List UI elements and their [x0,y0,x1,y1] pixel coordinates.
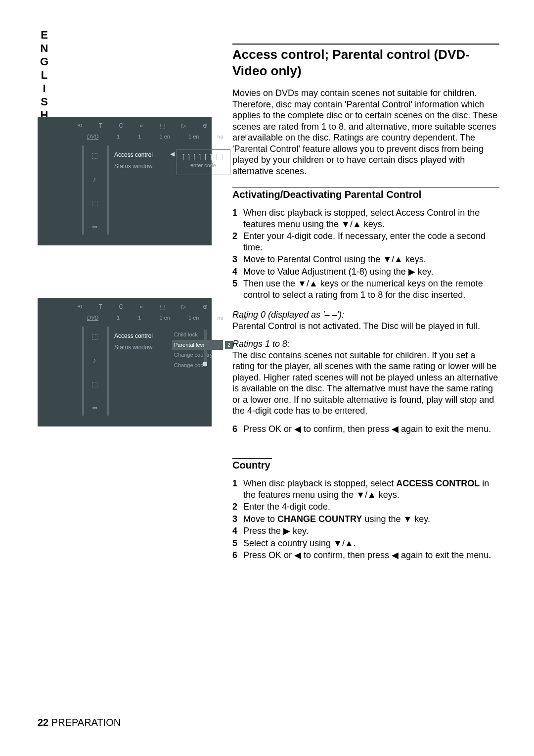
osd-val: 1 [117,315,120,321]
osd-dvd-label: DVD [87,134,98,140]
subtitle-icon: ⬚ [91,380,98,388]
osd-icon: ▷ [181,303,186,310]
osd-screenshot-parental-level: ⟲ T C « ⬚ ▷ ⊕ DVD 1 1 1 en 1 en no off ⬚… [38,298,212,426]
back-icon: ⇦ [91,404,97,412]
osd-val: 1 en [160,315,170,321]
osd-icon: « [140,122,143,129]
osd-val: 1 en [188,134,199,140]
step-number: 1 [232,207,243,230]
section-rule [232,44,499,45]
osd-menu-item: Status window [114,342,153,353]
osd-menu: Access control Status window [114,331,153,353]
osd-val: 1 en [188,315,199,321]
rating0-text: Parental Control is not activated. The D… [232,321,499,332]
osd-divider [82,145,84,235]
subsection-rule [232,188,499,188]
osd-menu: Access control Status window [114,149,153,172]
step-text: Then use the ▼/▲ keys or the numerical k… [243,278,499,300]
osd-val: no [218,315,223,321]
osd-icon: ⊕ [203,303,208,310]
step-text: Press the ▶ key. [243,525,499,537]
rating0-label: Rating 0 (displayed as '– –'): [232,309,499,321]
osd-val: no [218,134,223,140]
submenu-item: Child lock [172,330,223,340]
submenu-item: Change code [172,360,223,371]
submenu-item-selected: Parental level [172,340,223,350]
left-arrow-icon: ◀ [170,150,175,157]
footer-section: PREPARATION [51,717,121,728]
osd-side-icons: ⬚ ♪ ⬚ ⇦ [87,332,102,412]
step-text: Enter your 4-digit code. If necessary, e… [243,231,499,253]
osd-icon: ▷ [181,122,186,129]
steps-list-a: 1When disc playback is stopped, select A… [232,207,499,300]
osd-icon: ⬚ [160,122,165,129]
osd-divider [107,145,109,235]
step-text: Select a country using ▼/▲. [243,538,499,549]
osd-screenshot-enter-code: ⟲ T C « ⬚ ▷ ⊕ DVD 1 1 1 en 1 en no off ⬚… [38,117,212,245]
code-brackets: [ ] [ ] [ ] [ ] [177,153,230,160]
osd-menu-item: Status window [114,161,153,172]
page-footer: 22 PREPARATION [38,717,121,728]
osd-icon: C [119,303,123,310]
step-text: Press OK or ◀ to confirm, then press ◀ a… [243,550,499,561]
osd-icon: ⊕ [203,122,208,129]
osd-icon: ⟲ [77,122,82,129]
step-number: 5 [232,278,243,300]
step-text: Move to Parental Control using the ▼/▲ k… [243,254,499,265]
intro-paragraph: Movies on DVDs may contain scenes not su… [232,88,499,177]
code-label: enter code [177,162,230,168]
osd-value-slider [204,330,207,366]
submenu-value: 2 [225,341,233,349]
step-text: When disc playback is stopped, select Ac… [243,207,499,230]
step-number: 4 [232,266,243,278]
back-icon: ⇦ [91,223,97,231]
osd-icon: ⟲ [77,303,82,310]
osd-divider [107,327,109,416]
step-number: 4 [232,525,243,537]
step-text: When disc playback is stopped, select AC… [243,478,499,500]
rating1-text: The disc contains scenes not suitable fo… [232,350,499,417]
osd-divider [82,327,84,416]
osd-status-row: DVD 1 1 1 en 1 en no off [38,132,212,142]
step-number: 5 [232,538,243,549]
osd-icon: « [140,303,143,310]
page-number: 22 [38,717,48,728]
step-text: Enter the 4-digit code. [243,501,499,513]
osd-status-row: DVD 1 1 1 en 1 en no off [38,313,212,323]
osd-top-icons: ⟲ T C « ⬚ ▷ ⊕ [77,121,208,131]
subsection-heading: Activating/Deactivating Parental Control [232,189,499,200]
steps-list-b: 1When disc playback is stopped, select A… [232,478,499,561]
language-tab: ENGLISH [38,29,50,122]
audio-icon: ♪ [93,356,96,364]
step-text: Move to CHANGE COUNTRY using the ▼ key. [243,514,499,525]
step-number: 3 [232,254,243,265]
rating1-label: Ratings 1 to 8: [232,338,499,350]
step-text: Press OK or ◀ to confirm, then press ◀ a… [243,424,499,435]
step-number: 6 [232,424,243,435]
osd-val: 1 en [160,134,170,140]
submenu-item: Change country [172,350,223,360]
video-icon: ⬚ [91,332,98,340]
osd-menu-item: Access control [114,331,153,342]
osd-icon: C [119,122,123,129]
video-icon: ⬚ [91,151,98,159]
osd-dvd-label: DVD [87,315,98,321]
osd-menu-item: Access control [114,149,153,161]
osd-icon: T [99,303,102,310]
section-heading: Access control; Parental control (DVD-Vi… [232,47,499,79]
osd-val: 1 [138,134,141,140]
step-number: 6 [232,550,243,561]
osd-code-entry: [ ] [ ] [ ] [ ] enter code [176,149,230,175]
step-number: 2 [232,501,243,513]
steps-list-a-cont: 6Press OK or ◀ to confirm, then press ◀ … [232,424,499,435]
osd-submenu: Child lock Parental level2 Change countr… [172,330,233,371]
osd-top-icons: ⟲ T C « ⬚ ▷ ⊕ [77,302,208,312]
step-number: 1 [232,478,243,500]
osd-val: 1 [117,134,120,140]
subtitle-icon: ⬚ [91,199,98,207]
osd-side-icons: ⬚ ♪ ⬚ ⇦ [87,151,102,231]
subsection-heading: Country [232,460,499,471]
audio-icon: ♪ [93,175,96,183]
step-text: Move to Value Adjustment (1-8) using the… [243,266,499,278]
osd-icon: ⬚ [160,303,165,310]
